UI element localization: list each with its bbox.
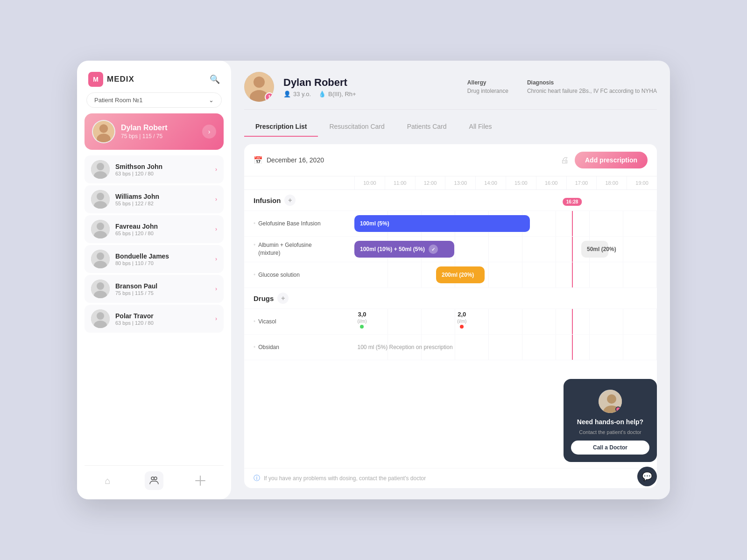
patient-avatar (91, 220, 110, 238)
help-avatar (597, 388, 623, 414)
time-slot: 11:00 (385, 176, 415, 189)
patient-list-item[interactable]: Williams John 55 bps | 122 / 82 › (85, 185, 224, 213)
svg-point-1 (99, 124, 108, 133)
call-doctor-button[interactable]: Call a Doctor (571, 441, 649, 455)
row-timeline: 16:28100ml (5%) (354, 211, 657, 236)
tab-all-files[interactable]: All Files (458, 117, 503, 137)
patient-chevron-icon: › (215, 315, 217, 322)
tabs-bar: Prescription ListResuscitation CardPatie… (244, 117, 657, 137)
schedule-row: Glucose solution200ml (20%) (244, 262, 657, 288)
inline-prescription-text: 100 ml (5%) Reception on prescription (357, 344, 452, 350)
patient-list-item[interactable]: Polar Travor 63 bps | 120 / 80 › (85, 305, 224, 333)
row-timeline: 200ml (20%) (354, 262, 657, 287)
schedule-row: Obsidan100 ml (5%) Reception on prescrip… (244, 335, 657, 360)
pill-dot-green (360, 325, 364, 329)
allergy-label: Allergy (467, 79, 508, 86)
timeline-bar: 50ml (20%) (581, 241, 608, 258)
plus-col-header (338, 176, 354, 189)
active-patient-arrow[interactable]: › (202, 125, 216, 139)
patients-icon[interactable] (145, 471, 163, 490)
help-sub: Contact the patient's doctor (579, 429, 641, 435)
patient-info: Smithson John 63 bps | 120 / 80 (115, 163, 210, 176)
active-patient-card[interactable]: Dylan Robert 75 bps | 115 / 75 › (85, 113, 224, 150)
section-name: Drugs (254, 294, 274, 302)
header-medical-info: Allergy Drug intolerance Diagnosis Chron… (467, 79, 657, 94)
patient-list-item[interactable]: Favreau John 65 bps | 120 / 80 › (85, 215, 224, 243)
current-time-indicator (572, 262, 573, 287)
patient-info: Williams John 55 bps | 122 / 82 (115, 193, 210, 206)
patient-list-item[interactable]: Smithson John 63 bps | 120 / 80 › (85, 155, 224, 183)
header-patient-name: Dylan Robert (283, 77, 458, 89)
pill-sub: (i/m) (457, 319, 466, 324)
patient-list-item[interactable]: Bonduelle James 80 bps | 110 / 70 › (85, 245, 224, 273)
logo-area: M MEDIX (88, 72, 134, 87)
sidebar-nav: ⌂ (85, 465, 224, 492)
patient-avatar (91, 309, 110, 328)
patient-name: Favreau John (115, 223, 210, 230)
diagnosis-label: Diagnosis (527, 79, 657, 86)
patient-age: 👤 33 y.o. (283, 91, 311, 98)
patient-name: Williams John (115, 193, 210, 200)
patient-chevron-icon: › (215, 226, 217, 232)
row-label: Obsidan (244, 340, 338, 355)
current-time-indicator (572, 335, 573, 360)
chat-bubble[interactable]: 💬 (637, 467, 657, 486)
label-col-header (244, 176, 338, 189)
diagnosis-value: Chronic heart failure 2Bs., IV FC accord… (527, 88, 657, 94)
patient-name: Branson Paul (115, 282, 210, 290)
help-widget: Need hands-on help? Contact the patient'… (564, 379, 657, 462)
patient-stats: 55 bps | 122 / 82 (115, 201, 210, 206)
medical-icon[interactable] (191, 471, 210, 490)
print-icon[interactable]: 🖨 (561, 155, 569, 165)
schedule-row: Vicasol 3,0 (i/m) 2,0 (i/m) (244, 309, 657, 335)
main-wrapper: 1 Dylan Robert 👤 33 y.o. 💧 B(III), Rh+ (231, 61, 670, 499)
active-patient-stats: 75 bps | 115 / 75 (121, 133, 197, 140)
time-slot: 18:00 (596, 176, 627, 189)
svg-point-19 (97, 312, 104, 320)
chevron-down-icon: ⌄ (209, 97, 214, 104)
time-slot: 16:00 (536, 176, 566, 189)
tab-resuscitation-card[interactable]: Resuscitation Card (318, 117, 395, 137)
patient-list-item[interactable]: Branson Paul 75 bps | 115 / 75 › (85, 275, 224, 303)
drug-pill: 2,0 (i/m) (457, 311, 466, 329)
patient-avatar (91, 160, 110, 179)
section-add-icon[interactable]: + (284, 195, 296, 206)
patient-info: Branson Paul 75 bps | 115 / 75 (115, 282, 210, 296)
header-avatar: 1 (244, 72, 274, 102)
panel-toolbar: 📅 December 16, 2020 🖨 Add prescription (244, 144, 657, 176)
section-add-icon[interactable]: + (277, 293, 289, 304)
patient-blood-type: 💧 B(III), Rh+ (318, 91, 356, 98)
row-label: Vicasol (244, 314, 338, 329)
patient-name: Polar Travor (115, 312, 210, 320)
sidebar-header: M MEDIX 🔍 (85, 72, 224, 87)
pill-sub: (i/m) (357, 319, 366, 324)
schedule-row: Gelofusine Base Infusion16:28100ml (5%) (244, 211, 657, 237)
calendar-icon: 📅 (254, 156, 263, 165)
info-bar: ⓘ If you have any problems with dosing, … (244, 468, 657, 488)
patient-avatar (91, 250, 110, 268)
pill-dot-red (460, 325, 464, 329)
room-selector[interactable]: Patient Room №1 ⌄ (86, 92, 222, 108)
search-icon[interactable]: 🔍 (210, 74, 220, 84)
patient-header: 1 Dylan Robert 👤 33 y.o. 💧 B(III), Rh+ (244, 72, 657, 110)
row-timeline: 3,0 (i/m) 2,0 (i/m) (354, 309, 657, 334)
svg-point-13 (97, 252, 104, 260)
pill-value: 3,0 (358, 311, 366, 318)
tab-prescription-list[interactable]: Prescription List (244, 117, 318, 137)
patient-stats: 80 bps | 110 / 70 (115, 260, 210, 266)
current-time-indicator (572, 237, 573, 262)
help-title: Need hands-on help? (577, 418, 643, 426)
current-time-indicator: 16:28 (572, 211, 573, 236)
header-patient-meta: 👤 33 y.o. 💧 B(III), Rh+ (283, 91, 458, 98)
row-label: Gelofusine Base Infusion (244, 216, 338, 231)
schedule-header: 10:0011:0012:0013:0014:0015:0016:0017:00… (244, 176, 657, 190)
logo-text: MEDIX (107, 75, 134, 84)
svg-point-21 (151, 477, 154, 480)
home-icon[interactable]: ⌂ (99, 471, 117, 490)
row-label: Glucose solution (244, 267, 338, 283)
tab-patients-card[interactable]: Patients Card (396, 117, 458, 137)
add-prescription-button[interactable]: Add prescription (575, 152, 648, 168)
active-patient-avatar (92, 120, 115, 143)
svg-point-16 (97, 282, 104, 290)
help-avatar-online-dot (615, 406, 621, 412)
